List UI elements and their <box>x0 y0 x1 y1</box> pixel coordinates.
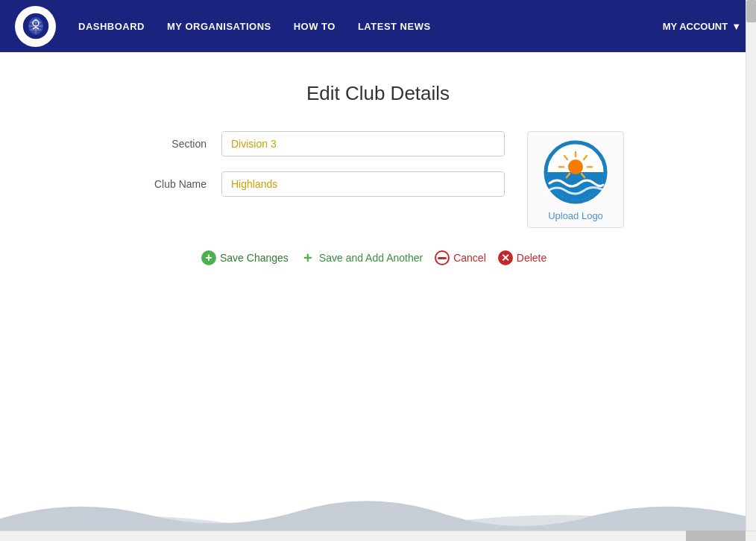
action-buttons: + Save Changes + Save and Add Another Ca… <box>0 228 756 265</box>
page-title: Edit Club Details <box>0 82 756 105</box>
form-container: Section Club Name <box>0 131 756 228</box>
scrollbar-bottom-thumb[interactable] <box>686 531 746 541</box>
section-input[interactable] <box>221 131 505 156</box>
my-account-label: MY ACCOUNT <box>663 21 728 32</box>
save-add-another-label: Save and Add Another <box>319 252 423 264</box>
section-label: Section <box>132 138 207 150</box>
save-icon: + <box>201 250 216 265</box>
nav-my-organisations[interactable]: MY ORGANISATIONS <box>167 21 271 32</box>
navbar-logo[interactable] <box>15 6 56 47</box>
save-changes-label: Save Changes <box>220 252 289 264</box>
navbar: DASHBOARD MY ORGANISATIONS HOW TO LATEST… <box>0 0 756 52</box>
nav-how-to[interactable]: HOW TO <box>294 21 336 32</box>
main-content: Edit Club Details Section Club Name <box>0 52 756 484</box>
scrollbar-thumb[interactable] <box>746 0 756 22</box>
save-add-another-button[interactable]: + Save and Add Another <box>300 250 423 265</box>
save-changes-button[interactable]: + Save Changes <box>201 250 289 265</box>
add-icon: + <box>300 250 315 265</box>
club-name-label: Club Name <box>132 178 207 190</box>
logo-preview <box>542 139 609 206</box>
nav-links: DASHBOARD MY ORGANISATIONS HOW TO LATEST… <box>78 21 640 32</box>
upload-logo-link[interactable]: Upload Logo <box>548 210 603 221</box>
cancel-icon <box>435 250 450 265</box>
scrollbar-bottom[interactable] <box>0 531 756 541</box>
svg-point-7 <box>568 159 583 174</box>
logo-upload-box[interactable]: Upload Logo <box>527 131 624 228</box>
chevron-down-icon: ▼ <box>731 21 741 32</box>
club-name-input[interactable] <box>221 171 505 197</box>
section-row: Section <box>132 131 505 156</box>
nav-dashboard[interactable]: DASHBOARD <box>78 21 145 32</box>
delete-label: Delete <box>517 252 546 264</box>
form-fields: Section Club Name <box>132 131 505 228</box>
cancel-button[interactable]: Cancel <box>435 250 486 265</box>
delete-button[interactable]: ✕ Delete <box>498 250 546 265</box>
nav-latest-news[interactable]: LATEST NEWS <box>358 21 431 32</box>
club-name-row: Club Name <box>132 171 505 197</box>
delete-icon: ✕ <box>498 250 513 265</box>
cancel-label: Cancel <box>453 252 486 264</box>
scrollbar-right[interactable] <box>746 0 756 541</box>
my-account-menu[interactable]: MY ACCOUNT ▼ <box>663 21 741 32</box>
